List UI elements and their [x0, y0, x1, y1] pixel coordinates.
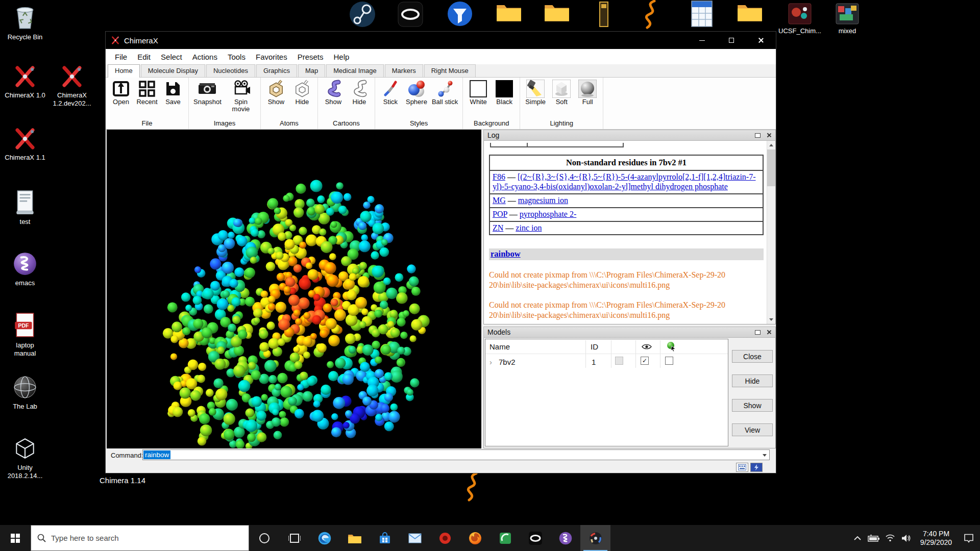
atoms-show-button[interactable]: Show: [265, 79, 287, 106]
taskbar-cortana-button[interactable]: [249, 525, 279, 551]
background-black-button[interactable]: Black: [494, 79, 515, 106]
column-header-name[interactable]: Name: [489, 342, 510, 351]
tab-molecule-display[interactable]: Molecule Display: [141, 64, 205, 77]
tray-volume[interactable]: [898, 534, 915, 542]
desktop-icon-steam[interactable]: [349, 0, 376, 32]
close-button[interactable]: [746, 32, 776, 49]
menu-select[interactable]: Select: [156, 51, 187, 63]
minimize-button[interactable]: [687, 32, 717, 49]
tray-wifi[interactable]: [882, 534, 898, 542]
desktop-icon-unity[interactable]: Unity 2018.2.14...: [2, 436, 48, 481]
row-expander[interactable]: ›: [489, 358, 492, 366]
maximize-button[interactable]: [717, 32, 746, 49]
taskbar-red-app-button[interactable]: [430, 525, 460, 551]
desktop-icon-oculus[interactable]: [397, 0, 424, 31]
scroll-up-arrow[interactable]: [767, 141, 775, 149]
desktop-icon-recycle-bin[interactable]: Recycle Bin: [2, 4, 48, 41]
taskbar-emacs-button[interactable]: [550, 525, 580, 551]
models-show-button[interactable]: Show: [732, 399, 773, 412]
residue-code-link[interactable]: ZN: [493, 223, 503, 232]
cartoons-hide-button[interactable]: Hide: [349, 79, 370, 106]
command-history-dropdown[interactable]: [761, 452, 768, 459]
log-scrollbar[interactable]: [767, 141, 775, 324]
desktop-icon-rope[interactable]: [639, 0, 662, 32]
snapshot-button[interactable]: Snapshot: [193, 79, 222, 106]
menu-edit[interactable]: Edit: [132, 51, 156, 63]
desktop-icon-blue-app[interactable]: [447, 0, 473, 31]
menu-actions[interactable]: Actions: [187, 51, 223, 63]
tray-expand-button[interactable]: [849, 536, 866, 540]
residue-code-link[interactable]: MG: [493, 196, 506, 205]
models-view-button[interactable]: View: [732, 423, 773, 436]
selection-checkbox[interactable]: [615, 357, 623, 365]
stick-button[interactable]: Stick: [380, 79, 401, 106]
tab-markers[interactable]: Markers: [385, 64, 423, 77]
desktop-icon-folder-3[interactable]: [737, 0, 763, 26]
desktop-icon-the-lab[interactable]: The Lab: [2, 374, 48, 411]
taskbar-task-view-button[interactable]: [279, 525, 309, 551]
taskbar-chimerax-button[interactable]: [580, 525, 610, 551]
scrollbar-thumb[interactable]: [767, 149, 775, 186]
taskbar-firefox-button[interactable]: [460, 525, 490, 551]
keyboard-toggle-button[interactable]: [736, 463, 748, 472]
start-button[interactable]: [0, 525, 31, 551]
models-float-button[interactable]: [753, 328, 762, 336]
taskbar-search[interactable]: Type here to search: [31, 525, 249, 551]
desktop-icon-folder-1[interactable]: [496, 0, 522, 26]
atoms-hide-button[interactable]: Hide: [291, 79, 313, 106]
sphere-button[interactable]: Sphere: [406, 79, 427, 106]
desktop-icon-mixed[interactable]: mixed: [824, 3, 870, 35]
taskbar-green-app-button[interactable]: [490, 525, 520, 551]
background-white-button[interactable]: White: [468, 79, 489, 106]
column-header-id[interactable]: ID: [591, 342, 598, 351]
residue-code-link[interactable]: F86: [493, 172, 505, 181]
log-float-button[interactable]: [753, 131, 762, 139]
cartoons-show-button[interactable]: Show: [323, 79, 344, 106]
desktop-icon-test[interactable]: test: [2, 190, 48, 226]
desktop-icon-chimerax-12dev[interactable]: ChimeraX 1.2.dev202...: [49, 64, 95, 108]
tray-battery[interactable]: [866, 535, 882, 542]
spin-movie-button[interactable]: Spin movie: [226, 79, 256, 112]
log-close-button[interactable]: [764, 131, 773, 139]
tab-medical-image[interactable]: Medical Image: [326, 64, 384, 77]
residue-desc-link[interactable]: zinc ion: [516, 223, 542, 232]
graphics-toggle-button[interactable]: [750, 463, 763, 472]
menu-favorites[interactable]: Favorites: [251, 51, 292, 63]
tab-home[interactable]: Home: [108, 64, 140, 78]
active-checkbox[interactable]: [665, 357, 673, 365]
menu-file[interactable]: File: [110, 51, 132, 63]
shown-checkbox[interactable]: ✓: [641, 357, 649, 365]
action-center-button[interactable]: [958, 534, 980, 543]
lighting-full-button[interactable]: Full: [577, 79, 598, 106]
scroll-down-arrow[interactable]: [767, 315, 775, 324]
open-button[interactable]: Open: [110, 79, 132, 106]
save-button[interactable]: Save: [162, 79, 184, 106]
window-titlebar[interactable]: ChimeraX: [106, 32, 776, 49]
models-hide-button[interactable]: Hide: [732, 374, 773, 387]
desktop-icon-laptop-manual[interactable]: PDF laptop manual: [2, 312, 48, 358]
molecule-viewport[interactable]: [107, 130, 481, 448]
tab-nucleotides[interactable]: Nucleotides: [206, 64, 255, 77]
desktop-icon-chimerax-11[interactable]: ChimeraX 1.1: [2, 127, 48, 162]
tab-graphics[interactable]: Graphics: [256, 64, 297, 77]
desktop-icon-spreadsheet[interactable]: [689, 0, 715, 31]
models-close-model-button[interactable]: Close: [732, 350, 773, 363]
desktop-icon-emacs[interactable]: emacs: [2, 251, 48, 287]
taskbar-store-button[interactable]: [370, 525, 400, 551]
desktop-icon-chimerax-10[interactable]: ChimeraX 1.0: [2, 64, 48, 99]
recent-button[interactable]: Recent: [136, 79, 158, 106]
menu-help[interactable]: Help: [329, 51, 355, 63]
desktop-icon-box[interactable]: [594, 0, 616, 31]
lighting-simple-button[interactable]: Simple: [525, 79, 546, 106]
residue-code-link[interactable]: POP: [493, 210, 507, 218]
taskbar-oculus-button[interactable]: [520, 525, 550, 551]
command-input[interactable]: rainbow: [142, 449, 770, 460]
desktop-icon-ucsf-chim[interactable]: UCSF_Chim...: [777, 3, 823, 35]
lighting-soft-button[interactable]: Soft: [551, 79, 572, 106]
taskbar-mail-button[interactable]: [400, 525, 430, 551]
tray-clock[interactable]: 7:40 PM 9/29/2020: [915, 530, 958, 547]
desktop-icon-folder-2[interactable]: [544, 0, 570, 26]
model-name[interactable]: 7bv2: [499, 358, 516, 366]
models-close-button[interactable]: [764, 328, 773, 336]
residue-desc-link[interactable]: magnesium ion: [518, 196, 568, 205]
